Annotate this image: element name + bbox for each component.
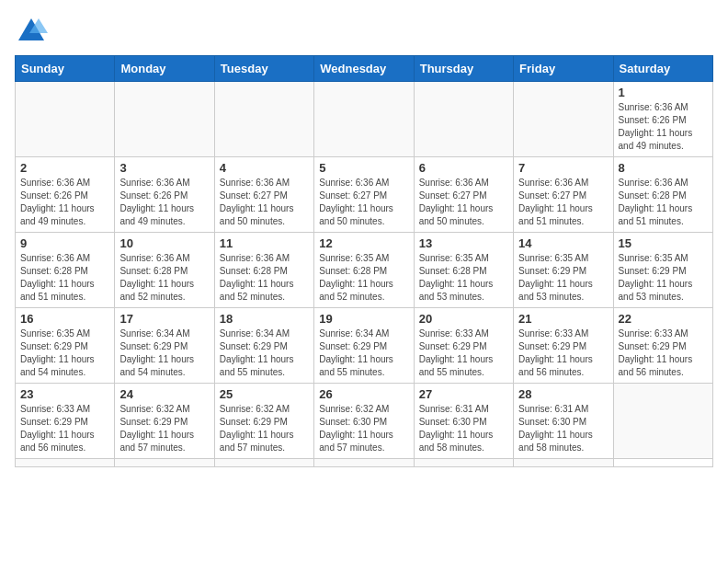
weekday-header: Friday [514,56,613,82]
day-info: Sunrise: 6:36 AMSunset: 6:28 PMDaylight:… [119,252,209,304]
calendar-cell: 15Sunrise: 6:35 AMSunset: 6:29 PMDayligh… [613,233,712,308]
day-info: Sunrise: 6:36 AMSunset: 6:28 PMDaylight:… [619,177,708,228]
calendar-row [16,459,713,467]
day-number: 23 [20,387,109,401]
calendar-cell: 26Sunrise: 6:32 AMSunset: 6:30 PMDayligh… [314,384,414,459]
calendar-cell: 10Sunrise: 6:36 AMSunset: 6:28 PMDayligh… [115,233,214,308]
calendar-cell: 4Sunrise: 6:36 AMSunset: 6:27 PMDaylight… [214,157,313,233]
day-number: 26 [319,387,408,401]
calendar-row: 1Sunrise: 6:36 AMSunset: 6:26 PMDaylight… [16,82,713,157]
day-info: Sunrise: 6:36 AMSunset: 6:28 PMDaylight:… [220,252,309,304]
calendar-cell: 20Sunrise: 6:33 AMSunset: 6:29 PMDayligh… [414,308,513,384]
day-info: Sunrise: 6:35 AMSunset: 6:29 PMDaylight:… [20,327,109,379]
calendar-cell: 1Sunrise: 6:36 AMSunset: 6:26 PMDaylight… [613,82,712,157]
day-info: Sunrise: 6:34 AMSunset: 6:29 PMDaylight:… [119,327,209,379]
calendar-cell: 7Sunrise: 6:36 AMSunset: 6:27 PMDaylight… [514,157,613,233]
day-info: Sunrise: 6:35 AMSunset: 6:28 PMDaylight:… [419,252,508,304]
day-info: Sunrise: 6:36 AMSunset: 6:27 PMDaylight:… [220,177,309,228]
logo-icon [15,15,48,48]
calendar-cell: 3Sunrise: 6:36 AMSunset: 6:26 PMDaylight… [115,157,214,233]
weekday-header: Thursday [414,56,513,82]
calendar-cell: 6Sunrise: 6:36 AMSunset: 6:27 PMDaylight… [414,157,513,233]
day-number: 7 [518,161,608,175]
day-number: 27 [419,387,508,401]
calendar-cell: 18Sunrise: 6:34 AMSunset: 6:29 PMDayligh… [214,308,313,384]
day-number: 20 [419,312,508,326]
calendar-cell [16,82,115,157]
calendar-cell: 8Sunrise: 6:36 AMSunset: 6:28 PMDaylight… [613,157,712,233]
day-number: 25 [220,387,309,401]
day-info: Sunrise: 6:36 AMSunset: 6:26 PMDaylight:… [619,101,708,153]
calendar-cell: 5Sunrise: 6:36 AMSunset: 6:27 PMDaylight… [314,157,414,233]
calendar-row: 23Sunrise: 6:33 AMSunset: 6:29 PMDayligh… [16,384,713,459]
calendar-cell: 27Sunrise: 6:31 AMSunset: 6:30 PMDayligh… [414,384,513,459]
day-number: 19 [319,312,408,326]
calendar-cell: 16Sunrise: 6:35 AMSunset: 6:29 PMDayligh… [16,308,115,384]
calendar-cell [214,459,313,467]
calendar-row: 9Sunrise: 6:36 AMSunset: 6:28 PMDaylight… [16,233,713,308]
day-number: 13 [419,236,508,250]
calendar-cell: 25Sunrise: 6:32 AMSunset: 6:29 PMDayligh… [214,384,313,459]
day-number: 28 [518,387,608,401]
day-info: Sunrise: 6:33 AMSunset: 6:29 PMDaylight:… [619,327,708,379]
day-number: 1 [619,86,708,99]
day-info: Sunrise: 6:31 AMSunset: 6:30 PMDaylight:… [518,403,608,454]
day-number: 10 [119,236,209,250]
day-info: Sunrise: 6:36 AMSunset: 6:27 PMDaylight:… [319,177,408,228]
weekday-header: Monday [115,56,214,82]
calendar-cell: 14Sunrise: 6:35 AMSunset: 6:29 PMDayligh… [514,233,613,308]
calendar-cell [414,459,513,467]
weekday-header: Saturday [613,56,712,82]
calendar-cell: 28Sunrise: 6:31 AMSunset: 6:30 PMDayligh… [514,384,613,459]
day-number: 9 [20,236,109,250]
calendar-cell [214,82,313,157]
day-info: Sunrise: 6:36 AMSunset: 6:27 PMDaylight:… [419,177,508,228]
day-number: 22 [619,312,708,326]
calendar-cell [115,459,214,467]
calendar-cell: 13Sunrise: 6:35 AMSunset: 6:28 PMDayligh… [414,233,513,308]
day-info: Sunrise: 6:33 AMSunset: 6:29 PMDaylight:… [20,403,109,454]
day-info: Sunrise: 6:34 AMSunset: 6:29 PMDaylight:… [220,327,309,379]
day-info: Sunrise: 6:36 AMSunset: 6:28 PMDaylight:… [20,252,109,304]
calendar-cell [314,459,414,467]
day-number: 4 [220,161,309,175]
day-number: 6 [419,161,508,175]
day-info: Sunrise: 6:33 AMSunset: 6:29 PMDaylight:… [518,327,608,379]
weekday-header: Wednesday [314,56,414,82]
day-info: Sunrise: 6:31 AMSunset: 6:30 PMDaylight:… [419,403,508,454]
calendar-cell: 23Sunrise: 6:33 AMSunset: 6:29 PMDayligh… [16,384,115,459]
day-number: 21 [518,312,608,326]
calendar-cell [414,82,513,157]
day-number: 5 [319,161,408,175]
calendar-cell [613,384,712,459]
calendar-cell [514,459,613,467]
calendar-table: SundayMondayTuesdayWednesdayThursdayFrid… [15,55,713,467]
calendar-cell: 24Sunrise: 6:32 AMSunset: 6:29 PMDayligh… [115,384,214,459]
page-header [15,15,713,48]
day-info: Sunrise: 6:35 AMSunset: 6:29 PMDaylight:… [518,252,608,304]
day-number: 14 [518,236,608,250]
calendar-cell: 11Sunrise: 6:36 AMSunset: 6:28 PMDayligh… [214,233,313,308]
day-number: 11 [220,236,309,250]
day-number: 16 [20,312,109,326]
calendar-cell [16,459,115,467]
day-number: 15 [619,236,708,250]
day-info: Sunrise: 6:36 AMSunset: 6:26 PMDaylight:… [119,177,209,228]
day-info: Sunrise: 6:32 AMSunset: 6:29 PMDaylight:… [220,403,309,454]
day-number: 24 [119,387,209,401]
calendar-cell: 2Sunrise: 6:36 AMSunset: 6:26 PMDaylight… [16,157,115,233]
calendar-cell: 22Sunrise: 6:33 AMSunset: 6:29 PMDayligh… [613,308,712,384]
day-info: Sunrise: 6:34 AMSunset: 6:29 PMDaylight:… [319,327,408,379]
logo [15,15,51,48]
weekday-header: Tuesday [214,56,313,82]
calendar-row: 16Sunrise: 6:35 AMSunset: 6:29 PMDayligh… [16,308,713,384]
day-info: Sunrise: 6:35 AMSunset: 6:29 PMDaylight:… [619,252,708,304]
day-number: 3 [119,161,209,175]
calendar-cell [514,82,613,157]
calendar-cell: 19Sunrise: 6:34 AMSunset: 6:29 PMDayligh… [314,308,414,384]
day-number: 8 [619,161,708,175]
day-number: 2 [20,161,109,175]
day-info: Sunrise: 6:32 AMSunset: 6:30 PMDaylight:… [319,403,408,454]
calendar-cell: 9Sunrise: 6:36 AMSunset: 6:28 PMDaylight… [16,233,115,308]
day-number: 12 [319,236,408,250]
